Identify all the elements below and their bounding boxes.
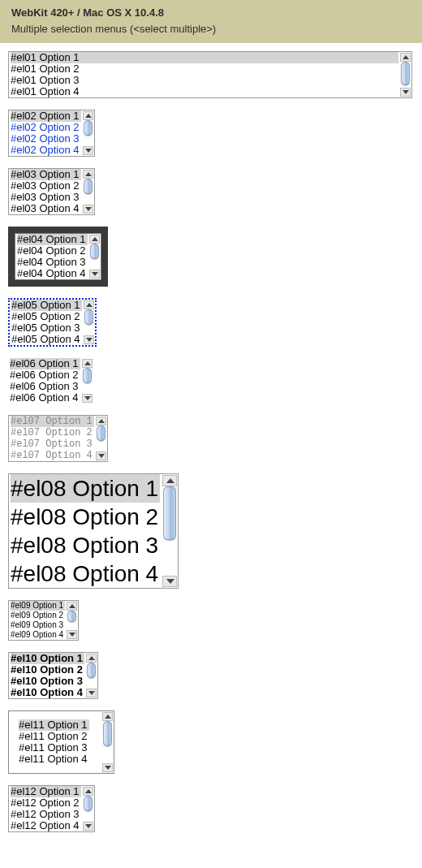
- scroll-up-arrow-icon[interactable]: [82, 359, 93, 368]
- option[interactable]: #el08 Option 2: [11, 503, 160, 531]
- scroll-track[interactable]: [400, 62, 411, 88]
- scroll-track[interactable]: [162, 486, 177, 576]
- scroll-down-arrow-icon[interactable]: [83, 146, 93, 155]
- select-multiple-el05[interactable]: #el05 Option 1#el05 Option 2#el05 Option…: [8, 298, 97, 347]
- scrollbar[interactable]: [102, 712, 113, 772]
- scroll-track[interactable]: [89, 244, 100, 270]
- option[interactable]: #el07 Option 3: [11, 438, 94, 450]
- scroll-up-arrow-icon[interactable]: [83, 787, 93, 796]
- option[interactable]: #el07 Option 2: [11, 427, 94, 438]
- option[interactable]: #el05 Option 3: [11, 322, 82, 334]
- scroll-thumb[interactable]: [84, 309, 93, 325]
- scrollbar[interactable]: [83, 111, 93, 155]
- scroll-down-arrow-icon[interactable]: [67, 630, 77, 639]
- scroll-thumb[interactable]: [87, 663, 96, 678]
- option[interactable]: #el03 Option 4: [11, 203, 81, 214]
- option[interactable]: #el12 Option 4: [11, 820, 81, 831]
- option[interactable]: #el11 Option 3: [19, 742, 89, 754]
- scroll-up-arrow-icon[interactable]: [84, 300, 94, 309]
- scrollbar[interactable]: [83, 170, 93, 214]
- scroll-track[interactable]: [83, 179, 93, 205]
- select-multiple-el06[interactable]: #el06 Option 1#el06 Option 2#el06 Option…: [8, 358, 93, 404]
- option[interactable]: #el05 Option 2: [11, 311, 82, 322]
- option[interactable]: #el01 Option 3: [11, 75, 398, 86]
- option[interactable]: #el02 Option 3: [11, 133, 81, 145]
- scroll-down-arrow-icon[interactable]: [102, 763, 113, 772]
- option[interactable]: #el01 Option 1: [11, 52, 398, 63]
- scroll-track[interactable]: [84, 309, 94, 335]
- scroll-up-arrow-icon[interactable]: [400, 53, 411, 62]
- scroll-down-arrow-icon[interactable]: [83, 205, 93, 214]
- scrollbar[interactable]: [83, 787, 93, 831]
- scroll-track[interactable]: [67, 611, 77, 630]
- option[interactable]: #el12 Option 1: [11, 786, 81, 797]
- option[interactable]: #el11 Option 2: [19, 731, 89, 742]
- scroll-up-arrow-icon[interactable]: [86, 654, 97, 663]
- scroll-track[interactable]: [102, 721, 113, 763]
- scroll-up-arrow-icon[interactable]: [83, 111, 93, 120]
- scroll-thumb[interactable]: [103, 721, 112, 746]
- scroll-down-arrow-icon[interactable]: [84, 335, 94, 344]
- option[interactable]: #el06 Option 4: [10, 392, 80, 404]
- scrollbar[interactable]: [400, 53, 411, 97]
- scroll-up-arrow-icon[interactable]: [67, 602, 77, 611]
- select-multiple-el03[interactable]: #el03 Option 1#el03 Option 2#el03 Option…: [8, 168, 95, 215]
- option[interactable]: #el04 Option 3: [17, 257, 88, 268]
- option[interactable]: #el06 Option 3: [10, 381, 80, 392]
- option[interactable]: #el12 Option 3: [11, 809, 81, 820]
- scroll-thumb[interactable]: [84, 179, 93, 194]
- select-multiple-el07[interactable]: #el07 Option 1#el07 Option 2#el07 Option…: [8, 415, 108, 462]
- option[interactable]: #el06 Option 1: [10, 358, 80, 369]
- option[interactable]: #el10 Option 3: [11, 676, 84, 687]
- scroll-up-arrow-icon[interactable]: [102, 712, 113, 721]
- select-multiple-el02[interactable]: #el02 Option 1#el02 Option 2#el02 Option…: [8, 110, 95, 157]
- option[interactable]: #el11 Option 1: [19, 719, 89, 731]
- option[interactable]: #el03 Option 1: [11, 169, 81, 180]
- option[interactable]: #el11 Option 4: [19, 754, 89, 765]
- scrollbar[interactable]: [89, 235, 100, 279]
- scroll-thumb[interactable]: [67, 611, 76, 622]
- scroll-up-arrow-icon[interactable]: [162, 475, 177, 486]
- option[interactable]: #el02 Option 1: [11, 110, 81, 122]
- select-multiple-el01[interactable]: #el01 Option 1#el01 Option 2#el01 Option…: [8, 51, 412, 98]
- scroll-thumb[interactable]: [97, 425, 106, 441]
- scroll-thumb[interactable]: [84, 120, 93, 136]
- option[interactable]: #el08 Option 3: [11, 531, 160, 559]
- option[interactable]: #el10 Option 1: [11, 653, 84, 664]
- select-multiple-el09[interactable]: #el09 Option 1#el09 Option 2#el09 Option…: [8, 600, 79, 641]
- option[interactable]: #el07 Option 4: [11, 450, 94, 461]
- option[interactable]: #el08 Option 4: [11, 559, 160, 588]
- select-multiple-el10[interactable]: #el10 Option 1#el10 Option 2#el10 Option…: [8, 652, 98, 699]
- scroll-up-arrow-icon[interactable]: [96, 417, 106, 425]
- scrollbar[interactable]: [82, 359, 93, 403]
- scrollbar[interactable]: [162, 475, 177, 587]
- scroll-track[interactable]: [96, 425, 106, 451]
- scroll-track[interactable]: [83, 796, 93, 822]
- option[interactable]: #el03 Option 2: [11, 180, 81, 192]
- scrollbar[interactable]: [96, 417, 106, 460]
- scrollbar[interactable]: [86, 654, 97, 697]
- option[interactable]: #el01 Option 4: [11, 86, 398, 97]
- select-multiple-el08[interactable]: #el08 Option 1#el08 Option 2#el08 Option…: [8, 473, 179, 589]
- scroll-down-arrow-icon[interactable]: [89, 270, 100, 279]
- option[interactable]: #el06 Option 2: [10, 369, 80, 381]
- scroll-thumb[interactable]: [84, 796, 93, 811]
- scroll-up-arrow-icon[interactable]: [89, 235, 100, 244]
- option[interactable]: #el09 Option 3: [11, 620, 65, 630]
- scroll-up-arrow-icon[interactable]: [83, 170, 93, 179]
- option[interactable]: #el09 Option 1: [11, 601, 65, 611]
- option[interactable]: #el09 Option 2: [11, 611, 65, 620]
- option[interactable]: #el05 Option 1: [11, 300, 82, 311]
- scroll-down-arrow-icon[interactable]: [400, 88, 411, 97]
- option[interactable]: #el03 Option 3: [11, 192, 81, 203]
- scrollbar[interactable]: [84, 300, 94, 344]
- scroll-track[interactable]: [82, 368, 93, 394]
- option[interactable]: #el10 Option 2: [11, 664, 84, 676]
- option[interactable]: #el04 Option 4: [17, 268, 88, 279]
- scroll-track[interactable]: [86, 663, 97, 689]
- scroll-thumb[interactable]: [401, 62, 410, 85]
- select-multiple-el12[interactable]: #el12 Option 1#el12 Option 2#el12 Option…: [8, 785, 95, 832]
- scroll-thumb[interactable]: [163, 486, 176, 540]
- scroll-down-arrow-icon[interactable]: [86, 689, 97, 697]
- option[interactable]: #el09 Option 4: [11, 630, 65, 640]
